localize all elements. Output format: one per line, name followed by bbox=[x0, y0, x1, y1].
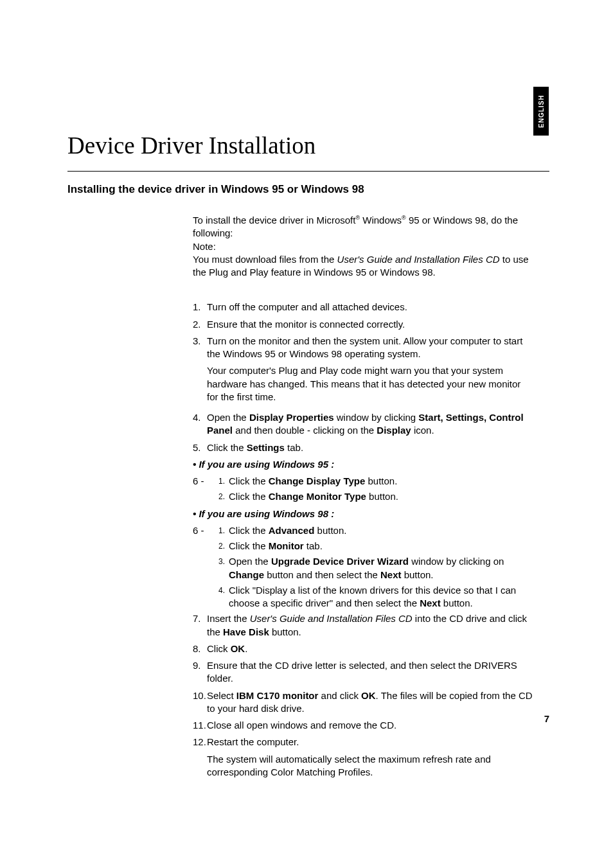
bold-term: Display Properties bbox=[249, 412, 334, 423]
bold-term: Change Display Type bbox=[269, 475, 366, 486]
step-text: Turn off the computer and all attached d… bbox=[207, 301, 407, 312]
step-8: 8. Click OK. bbox=[193, 642, 533, 655]
sub-number: 2. bbox=[218, 540, 229, 553]
step-text: icon. bbox=[411, 425, 434, 436]
step-text: Click "Display a list of the known drive… bbox=[229, 585, 516, 608]
step-number: 10. bbox=[193, 689, 207, 716]
step-text: button. bbox=[365, 475, 397, 486]
step-text: button. bbox=[314, 525, 346, 536]
step-text: and click bbox=[318, 690, 361, 701]
page-content: Device Driver Installation Installing th… bbox=[67, 132, 549, 783]
step-text: Restart the computer. bbox=[207, 736, 533, 748]
step-number: 11. bbox=[193, 719, 207, 732]
instruction-list: 1. Turn off the computer and all attache… bbox=[193, 301, 533, 783]
body-column: To install the device driver in Microsof… bbox=[193, 214, 533, 783]
step-number: 12. bbox=[193, 736, 207, 783]
step-number: 9. bbox=[193, 659, 207, 686]
step-text: Ensure that the monitor is connected cor… bbox=[207, 319, 405, 330]
sub-number: 3. bbox=[218, 555, 229, 581]
step-text: Open the bbox=[207, 412, 249, 423]
step-text: button. bbox=[366, 491, 398, 502]
bold-term: Display bbox=[377, 425, 411, 436]
bold-term: Upgrade Device Driver Wizard bbox=[271, 556, 409, 567]
step-text: Open the bbox=[229, 556, 271, 567]
step-text: button. bbox=[402, 569, 434, 580]
step-text: Click the bbox=[207, 442, 247, 453]
bold-term: Next bbox=[380, 569, 402, 580]
step-5: 5. Click the Settings tab. bbox=[193, 441, 533, 454]
note-label: Note: bbox=[193, 240, 533, 253]
step-2: 2. Ensure that the monitor is connected … bbox=[193, 318, 533, 331]
bold-term: Change bbox=[229, 569, 264, 580]
bold-term: Have Disk bbox=[223, 626, 269, 637]
cd-title: User's Guide and Installation Files CD bbox=[250, 613, 413, 624]
step-10: 10. Select IBM C170 monitor and click OK… bbox=[193, 689, 533, 716]
step-prefix: 6 - bbox=[193, 475, 218, 488]
step-number: 5. bbox=[193, 441, 207, 454]
step-text: button. bbox=[441, 598, 473, 608]
step-text: tab. bbox=[304, 540, 323, 551]
step-text: Click the bbox=[229, 525, 269, 536]
step-text: Click bbox=[207, 643, 231, 654]
bold-term: OK bbox=[361, 690, 376, 701]
step-6-1-win95: 6 - 1. Click the Change Display Type but… bbox=[193, 475, 533, 488]
page-number: 7 bbox=[544, 713, 549, 724]
language-tab: ENGLISH bbox=[533, 87, 549, 136]
step-6-4-win98: 4. Click "Display a list of the known dr… bbox=[218, 584, 533, 610]
step-3: 3. Turn on the monitor and then the syst… bbox=[193, 335, 533, 407]
bold-term: IBM C170 monitor bbox=[236, 690, 319, 701]
step-text: . bbox=[245, 643, 247, 654]
bold-term: Advanced bbox=[269, 525, 315, 536]
step-7: 7. Insert the User's Guide and Installat… bbox=[193, 612, 533, 639]
sub-number: 1. bbox=[218, 475, 229, 488]
step-text: tab. bbox=[285, 442, 303, 453]
step-number: 7. bbox=[193, 612, 207, 639]
step-number: 4. bbox=[193, 411, 207, 438]
step-text: Click the bbox=[229, 540, 269, 551]
title-rule bbox=[67, 171, 549, 172]
condition-win98: • If you are using Windows 98 : bbox=[193, 508, 533, 520]
step-text: button. bbox=[269, 626, 301, 637]
bold-term: Monitor bbox=[269, 540, 304, 551]
step-4: 4. Open the Display Properties window by… bbox=[193, 411, 533, 438]
sub-number: 4. bbox=[218, 584, 229, 610]
step-text: Close all open windows and remove the CD… bbox=[207, 720, 396, 731]
step-6-3-win98: 3. Open the Upgrade Device Driver Wizard… bbox=[218, 555, 533, 581]
page-title: Device Driver Installation bbox=[67, 132, 549, 159]
step-text: button and then select the bbox=[264, 569, 380, 580]
step-number: 1. bbox=[193, 301, 207, 314]
intro-block: To install the device driver in Microsof… bbox=[193, 214, 533, 279]
step-prefix: 6 - bbox=[193, 524, 218, 537]
step-note: The system will automatically select the… bbox=[207, 753, 533, 779]
step-text: Select bbox=[207, 690, 236, 701]
sub-number: 2. bbox=[218, 490, 229, 503]
section-title: Installing the device driver in Windows … bbox=[67, 183, 549, 196]
note-text: You must download files from the bbox=[193, 254, 337, 265]
bold-term: OK bbox=[231, 643, 245, 654]
step-number: 3. bbox=[193, 335, 207, 407]
step-text: Insert the bbox=[207, 613, 250, 624]
intro-text: Windows bbox=[360, 215, 402, 226]
step-6-2-win95: 2. Click the Change Monitor Type button. bbox=[218, 490, 533, 503]
bold-term: Next bbox=[420, 598, 441, 608]
reg-mark: ® bbox=[402, 215, 406, 221]
intro-text: To install the device driver in Microsof… bbox=[193, 215, 355, 226]
cd-title: User's Guide and Installation Files CD bbox=[337, 254, 500, 265]
bold-term: Settings bbox=[247, 442, 285, 453]
step-number: 8. bbox=[193, 642, 207, 655]
step-6-2-win98: 2. Click the Monitor tab. bbox=[218, 540, 533, 553]
sub-number: 1. bbox=[218, 524, 229, 537]
step-11: 11. Close all open windows and remove th… bbox=[193, 719, 533, 732]
step-text: Click the bbox=[229, 475, 269, 486]
condition-win95: • If you are using Windows 95 : bbox=[193, 458, 533, 471]
step-text: window by clicking bbox=[334, 412, 419, 423]
step-text: Click the bbox=[229, 491, 269, 502]
step-note: Your computer's Plug and Play code might… bbox=[207, 364, 533, 403]
step-text: Ensure that the CD drive letter is selec… bbox=[207, 660, 517, 684]
step-number: 2. bbox=[193, 318, 207, 331]
step-6-1-win98: 6 - 1. Click the Advanced button. bbox=[193, 524, 533, 537]
step-text: window by clicking on bbox=[409, 556, 504, 567]
step-text: and then double - clicking on the bbox=[233, 425, 377, 436]
step-12: 12. Restart the computer. The system wil… bbox=[193, 736, 533, 783]
step-1: 1. Turn off the computer and all attache… bbox=[193, 301, 533, 314]
